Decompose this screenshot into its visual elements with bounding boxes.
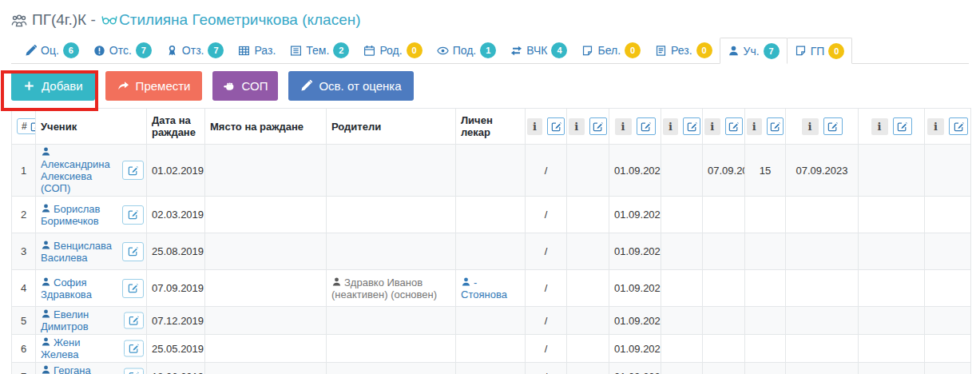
student-link[interactable]: Евелин Димитров	[41, 308, 89, 332]
tab-schedule[interactable]: Раз.	[231, 38, 283, 63]
sop-button[interactable]: СОП	[212, 71, 278, 101]
rows-edit-button[interactable]: #	[17, 118, 36, 134]
edit-student-button[interactable]	[124, 368, 144, 374]
edit-column-button[interactable]	[589, 117, 607, 135]
doctor-cell	[456, 307, 526, 335]
extra-cell	[925, 145, 971, 197]
calendar-icon	[363, 45, 375, 57]
extra-cell	[786, 197, 859, 233]
row-number-cell: 6	[12, 335, 36, 363]
tab-reviews[interactable]: Отз.7	[159, 38, 232, 63]
add-button[interactable]: Добави	[11, 71, 95, 101]
info-icon[interactable]: i	[747, 118, 762, 135]
student-link[interactable]: Борислав Боримечков	[41, 203, 100, 227]
parent-entry[interactable]: Здравко Иванов (неактивен) (основен)	[331, 277, 437, 300]
student-link[interactable]: Гергана Гачева	[41, 364, 91, 374]
edit-column-button[interactable]	[949, 117, 968, 135]
extra-cell: 15	[745, 145, 786, 197]
extra-cell	[859, 233, 925, 270]
exchange-icon	[510, 45, 522, 57]
birth-date-cell: 25.05.2019	[147, 335, 205, 363]
tab-grades[interactable]: Оц.6	[18, 38, 86, 63]
exclamation-circle-icon	[93, 45, 105, 57]
hash-label: #	[22, 121, 27, 132]
extra-cell	[703, 335, 745, 363]
edit-student-button[interactable]	[124, 312, 144, 329]
info-icon[interactable]: i	[527, 118, 542, 135]
column-header-icons: i	[788, 117, 856, 135]
tab-absences[interactable]: Отс.7	[86, 38, 159, 63]
class-teacher-link[interactable]: Стилияна Геометричкова (класен)	[119, 11, 361, 28]
extra-cell	[925, 270, 971, 307]
table-row: 6Жени Желева25.05.2019/01.09.2023	[12, 335, 971, 363]
extra-cell	[745, 270, 786, 307]
info-icon[interactable]: i	[871, 118, 888, 135]
extra-cell	[661, 307, 703, 335]
info-icon[interactable]: i	[615, 118, 632, 135]
info-icon[interactable]: i	[927, 118, 944, 135]
table-row: 4София Здравкова07.09.2019Здравко Иванов…	[12, 270, 971, 307]
tab-count-badge: 2	[333, 42, 349, 58]
student-link[interactable]: Жени Желева	[41, 336, 81, 360]
tab-students[interactable]: Уч.7	[720, 38, 788, 64]
edit-column-button[interactable]	[547, 117, 565, 135]
extra-cell	[786, 335, 859, 363]
edit-student-button[interactable]	[124, 340, 144, 357]
birth-place-cell	[205, 363, 327, 374]
tab-label: ВЧК	[526, 44, 547, 57]
edit-student-button[interactable]	[122, 205, 144, 225]
extra-cell: 01.09.2023	[609, 335, 661, 363]
tab-parents[interactable]: Род.0	[356, 38, 429, 63]
user-icon	[41, 240, 51, 250]
birth-place-cell	[205, 307, 327, 335]
extra-cell	[567, 233, 609, 270]
extra-cell: /	[526, 233, 567, 270]
doctor-cell	[456, 145, 526, 197]
tab-label: Под.	[453, 44, 477, 57]
info-icon[interactable]: i	[802, 118, 819, 135]
info-icon[interactable]: i	[663, 118, 678, 135]
doctor-link[interactable]: - Стоянова	[461, 277, 507, 300]
edit-column-button[interactable]	[767, 117, 784, 135]
edit-student-button[interactable]	[122, 242, 144, 261]
edit-column-button[interactable]	[637, 117, 656, 135]
extra-cell	[745, 363, 786, 374]
student-link[interactable]: Венцислава Василева	[41, 240, 112, 264]
eye-icon	[437, 45, 449, 57]
tab-signals[interactable]: Под.1	[430, 38, 504, 63]
tab-results[interactable]: Рез.0	[648, 38, 720, 63]
doctor-cell	[456, 363, 526, 374]
hand-icon	[223, 80, 235, 92]
parents-cell	[327, 335, 456, 363]
tab-topics[interactable]: Тем.2	[283, 38, 356, 63]
extra-cell	[703, 197, 745, 233]
column-header-icons: i	[747, 117, 784, 135]
row-number-cell: 4	[12, 270, 36, 307]
tab-notes[interactable]: Бел.0	[574, 38, 648, 63]
tab-gp[interactable]: ГП0	[787, 38, 853, 64]
extra-cell: /	[526, 335, 567, 363]
edit-student-button[interactable]	[122, 161, 144, 180]
move-button[interactable]: Премести	[105, 71, 203, 101]
info-icon[interactable]: i	[704, 118, 720, 135]
extra-cell: 01.09.2023	[609, 307, 661, 335]
edit-column-button[interactable]	[823, 117, 843, 135]
edit-student-button[interactable]	[122, 279, 144, 298]
extra-cell	[703, 307, 745, 335]
extra-cell	[567, 363, 609, 374]
edit-icon	[30, 121, 36, 132]
edit-column-button[interactable]	[683, 117, 700, 135]
edit-column-button[interactable]	[893, 117, 912, 135]
user-icon	[41, 364, 51, 374]
info-icon[interactable]: i	[569, 118, 585, 135]
extra-cell	[745, 233, 786, 270]
tab-vchk[interactable]: ВЧК4	[503, 38, 574, 63]
parents-column-header: Родители	[327, 109, 456, 145]
student-link[interactable]: София Здравкова	[41, 277, 92, 300]
edit-column-button[interactable]	[725, 117, 743, 135]
toolbar: Добави Премести СОП Осв. от оценка	[11, 71, 969, 101]
student-link[interactable]: Александрина Алексиева (СОП)	[41, 146, 110, 194]
user-icon	[461, 277, 471, 287]
extra-cell	[925, 307, 971, 335]
release-from-grade-button[interactable]: Осв. от оценка	[288, 71, 413, 101]
